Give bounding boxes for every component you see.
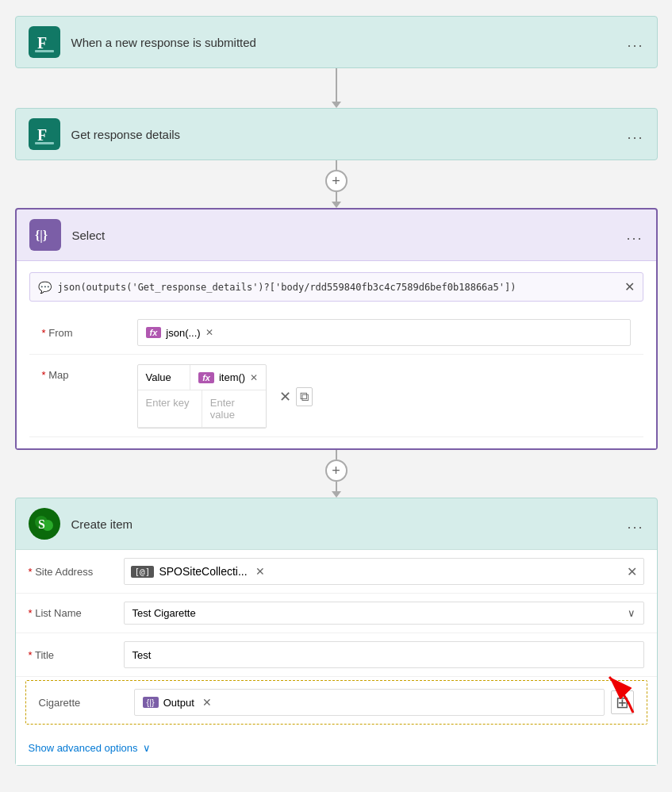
add-step-btn-2[interactable]: + — [325, 459, 348, 482]
cigarette-row: Cigarette {|} Output ✕ ⊞ — [25, 680, 647, 725]
step1-title: When a new response is submitted — [71, 36, 628, 49]
list-name-row: * List Name Test Cigarette ∨ — [16, 594, 657, 633]
map-key-header: Value — [138, 365, 191, 390]
map-value-chip-remove[interactable]: ✕ — [250, 372, 258, 383]
map-row: * Map Value fx item() ✕ — [29, 355, 643, 437]
step1-more-btn[interactable]: ... — [627, 34, 643, 51]
step2-title: Get response details — [71, 128, 628, 141]
list-name-label: * List Name — [29, 607, 124, 619]
step-create-card: S Create item ... * Site Address [@] SPO… — [15, 498, 658, 766]
plus-arrow-2 — [332, 491, 341, 498]
site-address-input[interactable]: [@] SPOSiteCollecti... ✕ ✕ — [124, 558, 644, 585]
forms-icon-1: F — [29, 26, 60, 58]
step2-more-btn[interactable]: ... — [627, 126, 643, 143]
advanced-options-label: Show advanced options — [29, 742, 138, 754]
plus-connector-2: + — [325, 450, 348, 498]
map-label: * Map — [42, 364, 137, 381]
map-value-input[interactable]: Enter value — [202, 390, 266, 428]
formula-close-btn[interactable]: ✕ — [624, 279, 635, 294]
add-step-btn-1[interactable]: + — [325, 170, 348, 192]
svg-text:S: S — [38, 517, 45, 531]
cigarette-chip-text: Output — [163, 697, 194, 709]
site-address-text: SPOSiteCollecti... — [159, 565, 247, 578]
map-required-star: * — [42, 369, 46, 381]
step3-title: Select — [72, 229, 627, 242]
step-select-header: {|} Select ... — [17, 210, 656, 260]
from-label-text: From — [48, 327, 72, 339]
from-fx-icon: fx — [146, 327, 162, 338]
site-address-row: * Site Address [@] SPOSiteCollecti... ✕ … — [16, 550, 657, 594]
from-row: * From fx json(...) ✕ — [29, 311, 643, 355]
svg-rect-2 — [35, 50, 54, 52]
site-label-text: Site Address — [35, 566, 93, 578]
step-response-header: F Get response details ... — [16, 109, 657, 160]
list-name-select[interactable]: Test Cigarette ∨ — [124, 602, 644, 625]
step-create-header: S Create item ... — [16, 498, 657, 549]
map-copy-btn[interactable]: ⧉ — [296, 387, 313, 406]
step3-more-btn[interactable]: ... — [626, 227, 643, 244]
site-address-remove[interactable]: ✕ — [255, 565, 265, 578]
formula-icon: 💬 — [38, 281, 52, 294]
flow-container: F When a new response is submitted ... F… — [16, 16, 656, 766]
from-chip-remove[interactable]: ✕ — [205, 327, 213, 338]
svg-text:{|}: {|} — [35, 229, 48, 243]
select-icon: {|} — [29, 219, 61, 251]
arrow-connector-1 — [332, 68, 341, 108]
title-value: Test — [132, 649, 152, 661]
list-label-text: List Name — [35, 607, 82, 619]
arrow-head — [332, 102, 341, 108]
list-name-chevron: ∨ — [628, 607, 636, 619]
sharepoint-icon: S — [29, 508, 60, 540]
spo-icon-chip: [@] — [131, 566, 155, 578]
map-header-row: Value fx item() ✕ — [138, 365, 267, 390]
map-input-row: Enter key Enter value — [138, 390, 267, 428]
list-name-value: Test Cigarette — [132, 607, 196, 619]
cigarette-icon: {|} — [143, 697, 159, 708]
cigarette-chip-remove[interactable]: ✕ — [202, 696, 212, 709]
map-value-chip: item() — [219, 371, 245, 383]
plus-line-top-1 — [336, 160, 337, 170]
step-select-body: 💬 json(outputs('Get_response_details')?[… — [17, 260, 656, 448]
title-label-text: Title — [35, 649, 54, 661]
from-label: * From — [42, 327, 137, 339]
step4-more-btn[interactable]: ... — [627, 516, 643, 532]
plus-line-bottom-2 — [336, 482, 337, 491]
title-input[interactable]: Test — [124, 641, 644, 668]
forms-icon-2: F — [29, 118, 60, 150]
plus-icon-1: + — [332, 173, 340, 190]
site-address-clear[interactable]: ✕ — [627, 564, 637, 579]
title-label: * Title — [29, 649, 124, 661]
step4-title: Create item — [71, 517, 628, 531]
step-select-card: {|} Select ... 💬 json(outputs('Get_respo… — [15, 208, 658, 450]
map-wrapper: Value fx item() ✕ Enter key Enter value — [137, 364, 313, 429]
svg-text:F: F — [37, 34, 47, 52]
step-create-body: * Site Address [@] SPOSiteCollecti... ✕ … — [16, 549, 657, 765]
arrow-line — [336, 68, 337, 102]
plus-line-top-2 — [336, 450, 337, 459]
from-input[interactable]: fx json(...) ✕ — [137, 319, 631, 346]
cigarette-array-btn[interactable]: ⊞ — [611, 690, 634, 714]
map-label-text: Map — [48, 369, 68, 381]
advanced-options-chevron: ∨ — [143, 742, 151, 754]
plus-icon-2: + — [332, 463, 340, 479]
map-key-input[interactable]: Enter key — [138, 390, 202, 428]
map-fx-icon: fx — [198, 372, 214, 383]
step-trigger-header: F When a new response is submitted ... — [16, 17, 657, 67]
step-trigger-card: F When a new response is submitted ... — [15, 16, 658, 68]
formula-bar: 💬 json(outputs('Get_response_details')?[… — [29, 272, 643, 302]
show-advanced-options[interactable]: Show advanced options ∨ — [16, 731, 657, 765]
title-row: * Title Test — [16, 633, 657, 677]
step-response-card: F Get response details ... — [15, 108, 658, 160]
svg-rect-5 — [35, 142, 54, 144]
title-required-star: * — [29, 649, 33, 661]
map-delete-btn[interactable]: ✕ — [279, 388, 291, 406]
cigarette-input[interactable]: {|} Output ✕ — [134, 689, 605, 716]
site-address-label: * Site Address — [29, 566, 124, 578]
site-required-star: * — [29, 566, 33, 578]
plus-arrow-1 — [332, 202, 341, 208]
plus-connector-1: + — [325, 160, 348, 208]
map-value-header: fx item() ✕ — [190, 365, 266, 390]
from-chip-text: json(...) — [166, 327, 200, 339]
svg-text:F: F — [37, 126, 47, 144]
map-table: Value fx item() ✕ Enter key Enter value — [137, 364, 267, 429]
